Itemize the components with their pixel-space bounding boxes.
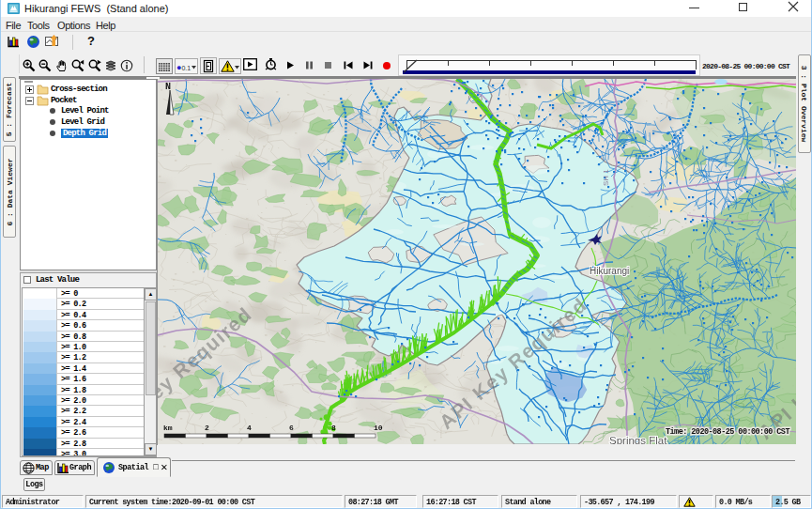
svg-text:km: km	[163, 424, 173, 432]
svg-text:8: 8	[331, 424, 336, 432]
svg-text:10: 10	[374, 424, 383, 432]
svg-text:Hikurangi: Hikurangi	[590, 266, 629, 276]
svg-text:2: 2	[205, 424, 209, 432]
svg-text:6: 6	[289, 424, 294, 432]
svg-text:Time: 2020-08-25 00:00:00 CST: Time: 2020-08-25 00:00:00 CST	[666, 427, 789, 437]
svg-text:SH 1: SH 1	[602, 169, 610, 186]
svg-text:4: 4	[247, 424, 252, 432]
svg-text:Springs Flat: Springs Flat	[609, 435, 667, 444]
